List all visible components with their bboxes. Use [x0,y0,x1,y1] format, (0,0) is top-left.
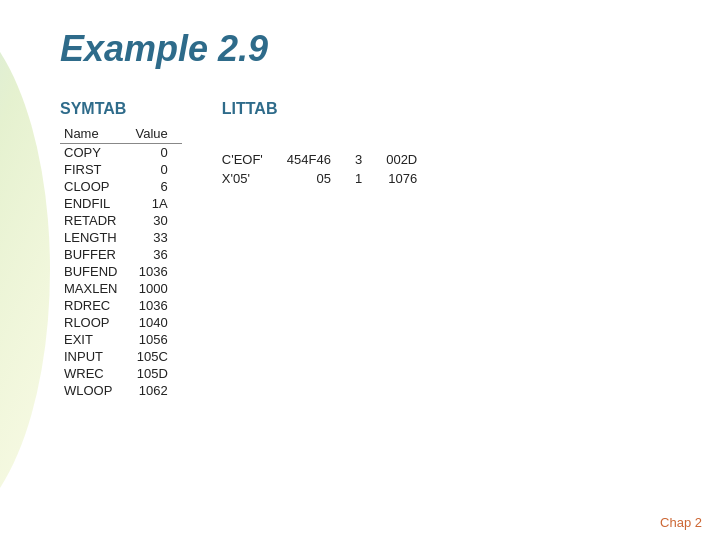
symtab-value: 6 [131,178,181,195]
table-row: WREC105D [60,365,182,382]
table-row: CLOOP6 [60,178,182,195]
content-area: SYMTAB Name Value COPY0FIRST0CLOOP6ENDFI… [60,100,429,399]
symtab-header-name: Name [60,124,131,144]
symtab-value: 1036 [131,297,181,314]
symtab-header-value: Value [131,124,181,144]
table-row: X'05'0511076 [222,169,429,188]
symtab-name: EXIT [60,331,131,348]
symtab-section: SYMTAB Name Value COPY0FIRST0CLOOP6ENDFI… [60,100,182,399]
symtab-name: ENDFIL [60,195,131,212]
symtab-value: 0 [131,161,181,178]
symtab-value: 105D [131,365,181,382]
symtab-table: Name Value COPY0FIRST0CLOOP6ENDFIL1ARETA… [60,124,182,399]
table-row: LENGTH33 [60,229,182,246]
page-title: Example 2.9 [60,28,268,70]
symtab-value: 33 [131,229,181,246]
littab-cell: C'EOF' [222,150,275,169]
symtab-name: BUFEND [60,263,131,280]
table-row: FIRST0 [60,161,182,178]
symtab-name: WREC [60,365,131,382]
symtab-value: 1056 [131,331,181,348]
littab-cell: 1 [343,169,374,188]
footer-label: Chap 2 [660,515,702,530]
littab-cell: X'05' [222,169,275,188]
table-row: EXIT1056 [60,331,182,348]
symtab-value: 1036 [131,263,181,280]
littab-cell: 002D [374,150,429,169]
svg-point-0 [0,10,50,530]
symtab-name: RLOOP [60,314,131,331]
symtab-name: COPY [60,144,131,162]
symtab-value: 1040 [131,314,181,331]
decorative-arc [0,0,60,540]
symtab-name: RETADR [60,212,131,229]
table-row: MAXLEN1000 [60,280,182,297]
table-row: C'EOF'454F463002D [222,150,429,169]
symtab-value: 1A [131,195,181,212]
symtab-name: FIRST [60,161,131,178]
symtab-value: 1000 [131,280,181,297]
littab-cell: 1076 [374,169,429,188]
symtab-name: LENGTH [60,229,131,246]
littab-section: LITTAB C'EOF'454F463002DX'05'0511076 [222,100,429,188]
table-row: WLOOP1062 [60,382,182,399]
littab-cell: 3 [343,150,374,169]
symtab-name: WLOOP [60,382,131,399]
table-row: RDREC1036 [60,297,182,314]
symtab-name: INPUT [60,348,131,365]
symtab-label: SYMTAB [60,100,182,118]
symtab-name: CLOOP [60,178,131,195]
symtab-name: BUFFER [60,246,131,263]
table-row: INPUT105C [60,348,182,365]
symtab-value: 0 [131,144,181,162]
table-row: BUFEND1036 [60,263,182,280]
symtab-value: 36 [131,246,181,263]
symtab-name: MAXLEN [60,280,131,297]
table-row: RLOOP1040 [60,314,182,331]
symtab-value: 30 [131,212,181,229]
littab-table: C'EOF'454F463002DX'05'0511076 [222,150,429,188]
symtab-name: RDREC [60,297,131,314]
symtab-value: 105C [131,348,181,365]
table-row: RETADR30 [60,212,182,229]
littab-cell: 454F46 [275,150,343,169]
table-row: COPY0 [60,144,182,162]
table-row: BUFFER36 [60,246,182,263]
littab-label: LITTAB [222,100,429,118]
symtab-value: 1062 [131,382,181,399]
table-row: ENDFIL1A [60,195,182,212]
littab-cell: 05 [275,169,343,188]
